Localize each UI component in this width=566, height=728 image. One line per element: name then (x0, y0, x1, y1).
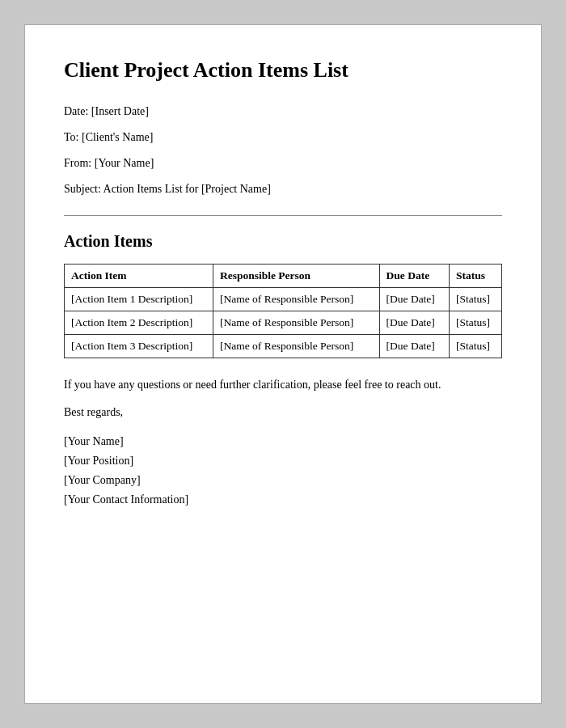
table-row: [Action Item 1 Description] [Name of Res… (65, 288, 502, 311)
signature-position: [Your Position] (64, 451, 502, 471)
document-page: Client Project Action Items List Date: [… (24, 24, 542, 704)
due-date-2: [Due Date] (379, 311, 450, 335)
section-divider (64, 215, 502, 216)
table-header-row: Action Item Responsible Person Due Date … (65, 265, 502, 288)
column-header-responsible: Responsible Person (213, 265, 379, 288)
responsible-1: [Name of Responsible Person] (213, 288, 379, 311)
action-item-3: [Action Item 3 Description] (65, 335, 213, 358)
signature-contact: [Your Contact Information] (64, 490, 502, 510)
subject-line: Subject: Action Items List for [Project … (64, 178, 502, 201)
signature-block: [Your Name] [Your Position] [Your Compan… (64, 432, 502, 509)
status-2: [Status] (450, 311, 502, 335)
date-line: Date: [Insert Date] (64, 100, 502, 123)
action-item-2: [Action Item 2 Description] (65, 311, 213, 335)
action-items-section-title: Action Items (64, 232, 502, 251)
table-row: [Action Item 3 Description] [Name of Res… (65, 335, 502, 358)
column-header-status: Status (450, 265, 502, 288)
document-title: Client Project Action Items List (64, 57, 502, 83)
responsible-3: [Name of Responsible Person] (213, 335, 379, 358)
signature-name: [Your Name] (64, 432, 502, 451)
to-line: To: [Client's Name] (64, 126, 502, 149)
status-3: [Status] (450, 335, 502, 358)
responsible-2: [Name of Responsible Person] (213, 311, 379, 335)
status-1: [Status] (450, 288, 502, 311)
from-line: From: [Your Name] (64, 152, 502, 175)
regards-text: Best regards, (64, 406, 502, 419)
due-date-3: [Due Date] (379, 335, 450, 358)
action-items-table: Action Item Responsible Person Due Date … (64, 264, 502, 358)
due-date-1: [Due Date] (379, 288, 450, 311)
column-header-due-date: Due Date (379, 265, 450, 288)
table-row: [Action Item 2 Description] [Name of Res… (65, 311, 502, 335)
action-item-1: [Action Item 1 Description] (65, 288, 213, 311)
column-header-action: Action Item (65, 265, 213, 288)
footer-note: If you have any questions or need furthe… (64, 376, 502, 393)
signature-company: [Your Company] (64, 471, 502, 490)
